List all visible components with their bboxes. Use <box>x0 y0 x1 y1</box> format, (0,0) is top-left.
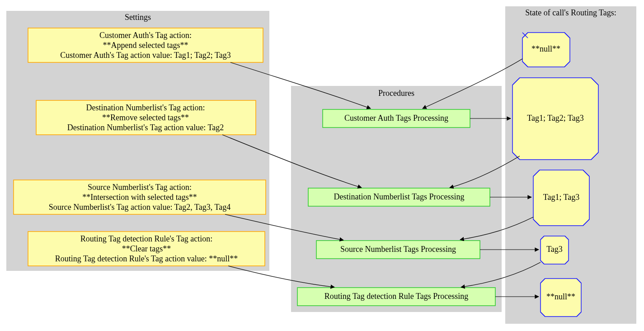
state-node-3-label: Tag3 <box>546 245 563 254</box>
state-node-4-label: **null** <box>546 292 575 301</box>
proc-node-2-label: Source Numberlist Tags Processing <box>340 245 456 254</box>
state-node-0: **null** <box>522 33 570 67</box>
state-node-3: Tag3 <box>541 236 569 264</box>
settings-node-customer-auth: Customer Auth's Tag action: **Append sel… <box>28 28 263 62</box>
settings-node-0-line2: **Append selected tags** <box>103 41 188 50</box>
state-cluster: State of call's Routing Tags: **null** T… <box>505 6 636 324</box>
state-title: State of call's Routing Tags: <box>525 8 616 17</box>
proc-node-1-label: Destination Numberlist Tags Processing <box>334 192 465 201</box>
proc-node-customer-auth: Customer Auth Tags Processing <box>323 109 470 128</box>
settings-node-1-line1: Destination Numberlist's Tag action: <box>86 103 205 112</box>
settings-node-dest-numberlist: Destination Numberlist's Tag action: **R… <box>36 100 256 135</box>
state-node-0-label: **null** <box>531 44 560 53</box>
settings-title: Settings <box>125 13 151 22</box>
proc-node-3-label: Routing Tag detection Rule Tags Processi… <box>324 292 468 301</box>
settings-node-3-line2: **Clear tags** <box>122 244 171 253</box>
settings-node-2-line2: **Intersection with selected tags** <box>82 193 197 202</box>
settings-node-routing-rule: Routing Tag detection Rule's Tag action:… <box>28 232 265 266</box>
settings-node-2-line1: Source Numberlist's Tag action: <box>88 183 192 192</box>
proc-node-routing-rule: Routing Tag detection Rule Tags Processi… <box>297 288 495 306</box>
settings-node-3-line1: Routing Tag detection Rule's Tag action: <box>80 234 213 243</box>
settings-node-0-line1: Customer Auth's Tag action: <box>99 31 192 40</box>
settings-node-1-line3: Destination Numberlist's Tag action valu… <box>67 123 224 132</box>
state-node-2-label: Tag1; Tag3 <box>543 193 580 202</box>
procedures-title: Procedures <box>378 89 414 98</box>
proc-node-src-numberlist: Source Numberlist Tags Processing <box>316 241 480 259</box>
settings-node-0-line3: Customer Auth's Tag action value: Tag1; … <box>60 51 230 60</box>
state-node-1-label: Tag1; Tag2; Tag3 <box>527 113 584 123</box>
state-node-1: Tag1; Tag2; Tag3 <box>512 78 598 160</box>
settings-node-src-numberlist: Source Numberlist's Tag action: **Inters… <box>14 180 266 214</box>
procedures-cluster: Procedures Customer Auth Tags Processing… <box>291 86 502 312</box>
proc-node-0-label: Customer Auth Tags Processing <box>344 113 448 123</box>
proc-node-dest-numberlist: Destination Numberlist Tags Processing <box>308 188 490 206</box>
settings-cluster: Settings Customer Auth's Tag action: **A… <box>6 11 269 271</box>
settings-node-3-line3: Routing Tag detection Rule's Tag action … <box>55 254 238 263</box>
state-node-2: Tag1; Tag3 <box>533 170 589 226</box>
settings-node-2-line3: Source Numberlist's Tag action value: Ta… <box>49 203 230 212</box>
settings-node-1-line2: **Remove selected tags** <box>102 113 189 122</box>
state-node-4: **null** <box>541 279 581 317</box>
